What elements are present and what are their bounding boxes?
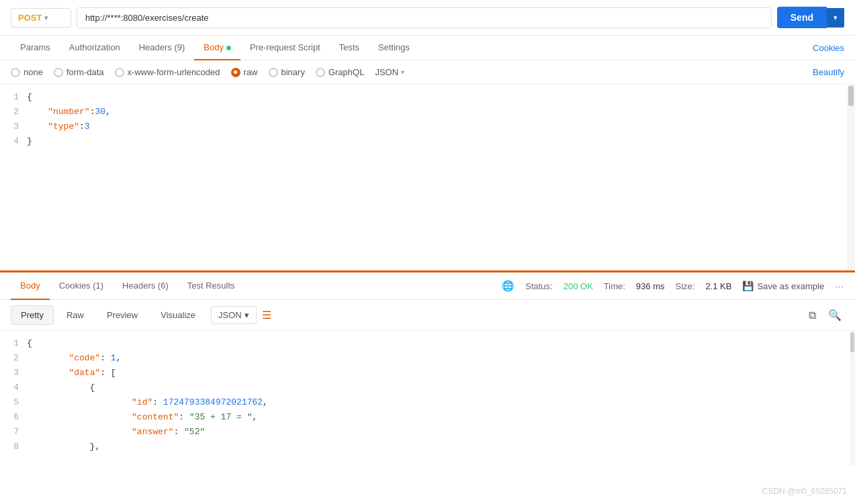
send-button[interactable]: Send (777, 7, 827, 28)
body-active-dot (226, 46, 231, 50)
copy-button[interactable]: ⧉ (806, 307, 819, 324)
view-tab-visualize[interactable]: Visualize (150, 305, 206, 325)
option-raw[interactable]: raw (231, 67, 258, 77)
resp-tab-body[interactable]: Body (11, 272, 50, 300)
resp-format-chevron: ▾ (244, 310, 249, 320)
option-binary[interactable]: binary (269, 67, 305, 77)
send-dropdown-button[interactable]: ▾ (827, 8, 844, 28)
request-tabs: Params Authorization Headers (9) Body Pr… (0, 36, 855, 60)
option-graphql[interactable]: GraphQL (316, 67, 364, 77)
response-scrollbar-thumb (850, 332, 854, 352)
status-value: 200 OK (564, 281, 593, 291)
radio-binary (269, 68, 278, 77)
search-button[interactable]: 🔍 (825, 306, 844, 324)
json-format-select[interactable]: JSON ▾ (375, 67, 404, 77)
request-code-editor[interactable]: 1 { 2 "number":30, 3 "type":3 4 } (0, 85, 855, 272)
send-button-group: Send ▾ (777, 7, 844, 28)
req-line-4: 4 } (0, 134, 855, 149)
response-code-view: 1 { 2 "code": 1, 3 "data": [ 4 { 5 "id":… (0, 331, 855, 465)
resp-line-2: 2 "code": 1, (0, 351, 855, 366)
url-bar: POST ▾ Send ▾ (0, 0, 855, 36)
radio-urlencoded (115, 68, 124, 77)
view-tab-raw[interactable]: Raw (56, 305, 94, 325)
radio-none (11, 68, 20, 77)
tab-settings[interactable]: Settings (369, 36, 419, 60)
option-urlencoded[interactable]: x-www-form-urlencoded (115, 67, 220, 77)
save-as-example-button[interactable]: 💾 Save as example (742, 281, 824, 291)
radio-raw (231, 68, 240, 77)
view-tab-preview[interactable]: Preview (97, 305, 148, 325)
beautify-button[interactable]: Beautify (813, 67, 844, 77)
method-select[interactable]: POST ▾ (11, 8, 71, 28)
view-tabs-row: Pretty Raw Preview Visualize JSON ▾ ☰ ⧉ … (0, 300, 855, 331)
view-tab-pretty[interactable]: Pretty (11, 305, 54, 325)
req-line-3: 3 "type":3 (0, 119, 855, 134)
resp-line-1: 1 { (0, 336, 855, 351)
resp-line-5: 5 "id": 1724793384972021762, (0, 395, 855, 410)
tab-body[interactable]: Body (194, 36, 240, 60)
more-options-button[interactable]: ··· (835, 281, 844, 291)
resp-tab-cookies[interactable]: Cookies (1) (50, 272, 113, 300)
method-label: POST (18, 13, 42, 23)
response-meta: 🌐 Status: 200 OK Time: 936 ms Size: 2.1 … (502, 280, 844, 292)
cookies-link[interactable]: Cookies (813, 43, 844, 53)
resp-tab-test-results[interactable]: Test Results (178, 272, 244, 300)
response-scrollbar[interactable] (850, 331, 855, 465)
editor-scrollbar[interactable] (847, 85, 855, 270)
resp-tab-headers[interactable]: Headers (6) (113, 272, 178, 300)
json-chevron-icon: ▾ (401, 68, 404, 76)
method-chevron-icon: ▾ (44, 14, 48, 21)
option-form-data[interactable]: form-data (54, 67, 104, 77)
url-input[interactable] (77, 7, 772, 28)
save-icon: 💾 (742, 281, 754, 291)
option-none[interactable]: none (11, 67, 43, 77)
size-value: 2.1 KB (705, 281, 731, 291)
filter-icon[interactable]: ☰ (262, 309, 271, 321)
tab-tests[interactable]: Tests (330, 36, 369, 60)
tab-authorization[interactable]: Authorization (60, 36, 130, 60)
body-options: none form-data x-www-form-urlencoded raw… (0, 60, 855, 85)
req-line-1: 1 { (0, 90, 855, 105)
resp-line-8: 8 }, (0, 440, 855, 454)
view-actions: ⧉ 🔍 (806, 306, 844, 324)
globe-icon: 🌐 (502, 280, 514, 292)
resp-line-6: 6 "content": "35 + 17 = ", (0, 410, 855, 425)
radio-graphql (316, 68, 325, 77)
radio-form-data (54, 68, 63, 77)
req-line-2: 2 "number":30, (0, 105, 855, 119)
resp-line-3: 3 "data": [ (0, 366, 855, 381)
editor-scrollbar-thumb (848, 86, 854, 106)
time-value: 936 ms (636, 281, 665, 291)
response-format-select[interactable]: JSON ▾ (211, 306, 257, 324)
tab-pre-request[interactable]: Pre-request Script (240, 36, 330, 60)
tab-headers[interactable]: Headers (9) (130, 36, 195, 60)
resp-line-4: 4 { (0, 381, 855, 395)
resp-line-7: 7 "answer": "52" (0, 425, 855, 440)
tab-params[interactable]: Params (11, 36, 60, 60)
response-tabs-row: Body Cookies (1) Headers (6) Test Result… (0, 272, 855, 300)
